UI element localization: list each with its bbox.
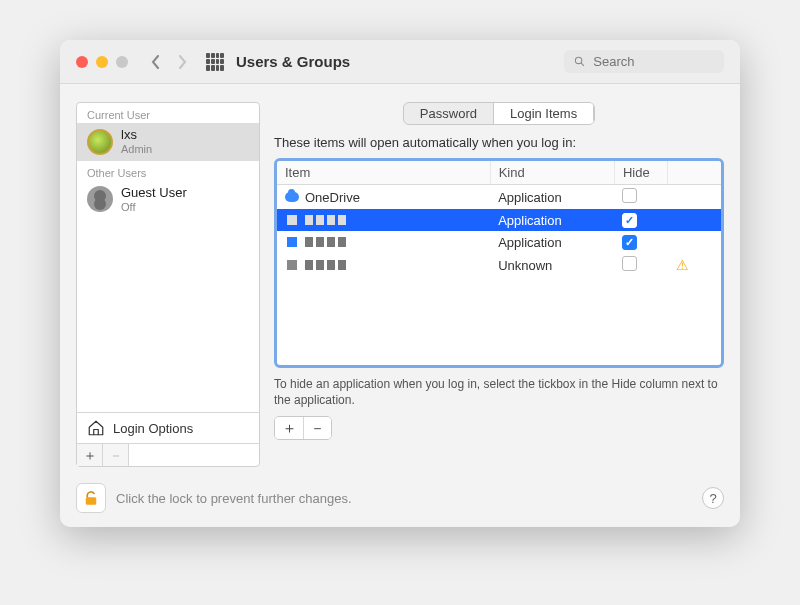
footer: Click the lock to prevent further change… [60, 475, 740, 527]
sidebar-section-current: Current User [77, 103, 259, 123]
table-row[interactable]: Unknown⚠ [277, 253, 721, 277]
user-name: lxs [121, 128, 152, 143]
add-user-button[interactable]: ＋ [77, 444, 103, 466]
login-options-label: Login Options [113, 421, 193, 436]
svg-line-1 [581, 63, 584, 66]
app-icon [285, 213, 299, 227]
login-items-table: Item Kind Hide OneDriveApplicationApplic… [274, 158, 724, 368]
minimize-icon[interactable] [96, 56, 108, 68]
zoom-icon[interactable] [116, 56, 128, 68]
hide-checkbox[interactable] [622, 256, 637, 271]
col-item[interactable]: Item [277, 161, 490, 185]
sidebar-user-guest[interactable]: Guest User Off [77, 181, 259, 219]
svg-point-0 [575, 57, 581, 63]
col-hide[interactable]: Hide [614, 161, 667, 185]
show-all-icon[interactable] [206, 53, 224, 71]
hide-checkbox[interactable] [622, 213, 637, 228]
hide-checkbox[interactable] [622, 188, 637, 203]
close-icon[interactable] [76, 56, 88, 68]
lock-button[interactable] [76, 483, 106, 513]
login-items-description: These items will open automatically when… [274, 135, 724, 150]
table-row[interactable]: Application [277, 231, 721, 253]
tab-login-items[interactable]: Login Items [493, 103, 594, 124]
house-icon [87, 419, 105, 437]
users-sidebar: Current User lxs Admin Other Users Guest… [76, 102, 260, 467]
avatar-icon [87, 129, 113, 155]
remove-login-item-button[interactable]: － [303, 417, 331, 439]
item-name [305, 260, 346, 270]
search-field[interactable] [564, 50, 724, 73]
window-controls [76, 56, 128, 68]
cloud-icon [285, 190, 299, 204]
lock-text: Click the lock to prevent further change… [116, 491, 692, 506]
search-input[interactable] [591, 53, 714, 70]
titlebar: Users & Groups [60, 40, 740, 84]
item-name: OneDrive [305, 190, 360, 205]
search-icon [574, 55, 585, 68]
forward-button[interactable] [172, 53, 192, 71]
table-row[interactable]: OneDriveApplication [277, 185, 721, 210]
app-icon [285, 258, 299, 272]
app-icon [285, 235, 299, 249]
window-title: Users & Groups [236, 53, 564, 70]
sidebar-add-remove: ＋ － [77, 443, 259, 466]
hide-hint: To hide an application when you log in, … [274, 376, 724, 408]
user-role: Admin [121, 143, 152, 156]
svg-rect-2 [86, 497, 97, 505]
item-kind: Unknown [490, 253, 614, 277]
col-status [668, 161, 721, 185]
sidebar-section-other: Other Users [77, 161, 259, 181]
item-name [305, 237, 346, 247]
warning-icon: ⚠ [676, 257, 689, 273]
user-name: Guest User [121, 186, 187, 201]
col-kind[interactable]: Kind [490, 161, 614, 185]
table-row[interactable]: Application [277, 209, 721, 231]
lock-open-icon [82, 489, 100, 507]
add-login-item-button[interactable]: ＋ [275, 417, 303, 439]
login-options-button[interactable]: Login Options [77, 412, 259, 443]
main-panel: Password Login Items These items will op… [274, 102, 724, 467]
item-kind: Application [490, 185, 614, 210]
item-kind: Application [490, 209, 614, 231]
hide-checkbox[interactable] [622, 235, 637, 250]
sidebar-user-current[interactable]: lxs Admin [77, 123, 259, 161]
remove-user-button: － [103, 444, 129, 466]
nav-buttons [146, 53, 192, 71]
tabs: Password Login Items [274, 102, 724, 125]
user-role: Off [121, 201, 187, 214]
content: Current User lxs Admin Other Users Guest… [60, 84, 740, 475]
back-button[interactable] [146, 53, 166, 71]
tab-password[interactable]: Password [404, 103, 493, 124]
item-name [305, 215, 346, 225]
login-items-add-remove: ＋ － [274, 416, 724, 440]
item-kind: Application [490, 231, 614, 253]
avatar-icon [87, 186, 113, 212]
help-button[interactable]: ? [702, 487, 724, 509]
preferences-window: Users & Groups Current User lxs Admin Ot… [60, 40, 740, 527]
